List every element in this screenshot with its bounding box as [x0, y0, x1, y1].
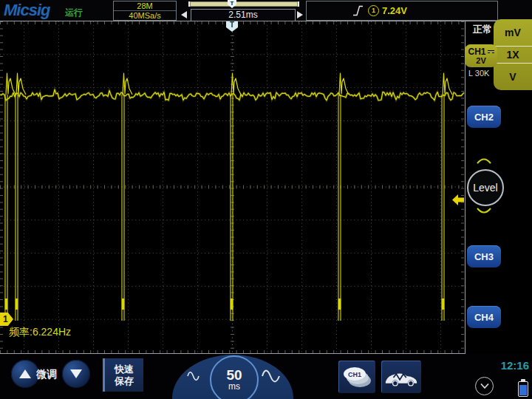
fine-adjust-down-button[interactable]: [62, 360, 90, 388]
waveform-display-area[interactable]: T 1 频率:6.224Hz: [0, 21, 466, 354]
trigger-position-slider[interactable]: [188, 1, 299, 7]
quick-save-label-2: 保存: [115, 375, 134, 387]
trigger-level-arrow-icon[interactable]: [452, 194, 464, 205]
brand-logo: Micsig: [4, 1, 50, 20]
car-icon: [383, 365, 419, 389]
timebase-value: 50: [226, 368, 242, 382]
trigger-mode-label: 正常: [473, 23, 492, 36]
level-down-chevron-icon[interactable]: [476, 208, 492, 215]
ch2-button[interactable]: CH2: [467, 106, 501, 128]
sine-slow-icon[interactable]: [186, 369, 201, 383]
sine-fast-icon[interactable]: [260, 366, 282, 386]
vertical-scale-control: mV 1X V: [494, 19, 532, 90]
quick-save-button[interactable]: 快速 保存: [103, 358, 143, 392]
fine-adjust-up-button[interactable]: [11, 360, 39, 388]
trigger-level-value: 7.24V: [382, 5, 407, 16]
trigger-delay-increase-arrow[interactable]: [297, 11, 303, 18]
trigger-delay-value[interactable]: 2.51ms: [191, 9, 296, 21]
waveform-trace: [0, 21, 465, 353]
dc-coupling-icon: [488, 50, 494, 53]
trigger-position-slider-handle[interactable]: T: [228, 0, 236, 8]
up-triangle-icon: [19, 369, 31, 378]
ch4-button[interactable]: CH4: [467, 306, 501, 328]
channel-select-button[interactable]: CH1: [338, 361, 375, 393]
fine-tune-label: 微调: [36, 368, 57, 381]
timebase-knob[interactable]: 50 ms: [210, 355, 259, 399]
probe-1x-button[interactable]: 1X: [494, 46, 532, 64]
collapse-menu-button[interactable]: [475, 377, 494, 395]
ch3-button[interactable]: CH3: [467, 245, 501, 267]
ch1-button[interactable]: CH1 2V: [465, 44, 497, 67]
rising-edge-icon: [352, 4, 364, 17]
scale-v-button[interactable]: V: [494, 64, 532, 90]
auto-range-car-button[interactable]: [381, 361, 421, 393]
scale-mv-button[interactable]: mV: [494, 19, 532, 46]
ch1-label: CH1: [468, 47, 485, 56]
trigger-delay-decrease-arrow[interactable]: [181, 11, 187, 18]
channel-select-label: CH1: [348, 371, 361, 378]
clock: 12:16: [501, 359, 529, 372]
down-triangle-icon: [70, 369, 82, 378]
oscilloscope-screen: Micsig 运行 28M 40MSa/s T 2.51ms 1 7.24V T…: [0, 0, 532, 399]
frequency-readout: 频率:6.224Hz: [9, 326, 71, 339]
top-status-bar: Micsig 运行 28M 40MSa/s T 2.51ms 1 7.24V: [0, 0, 532, 21]
level-knob[interactable]: Level: [467, 169, 504, 206]
timebase-unit: ms: [228, 382, 240, 392]
battery-icon: [518, 381, 528, 397]
level-up-chevron-icon[interactable]: [476, 157, 492, 164]
ch1-bandwidth-label: L 30K: [468, 69, 489, 78]
chevron-down-icon: [480, 383, 490, 389]
trigger-settings-button[interactable]: 1 7.24V: [306, 1, 498, 21]
quick-save-label-1: 快速: [115, 364, 134, 375]
run-status-label: 运行: [65, 7, 83, 19]
ch1-scale-value: 2V: [476, 56, 485, 65]
acquisition-info-button[interactable]: 28M 40MSa/s: [113, 1, 177, 21]
memory-depth-value: 28M: [114, 1, 176, 11]
bottom-control-bar: 微调 快速 保存 50 ms CH1: [0, 354, 532, 399]
trigger-source-badge: 1: [368, 5, 379, 16]
sample-rate-value: 40MSa/s: [114, 11, 176, 20]
stacked-channels-icon: CH1: [340, 363, 374, 391]
